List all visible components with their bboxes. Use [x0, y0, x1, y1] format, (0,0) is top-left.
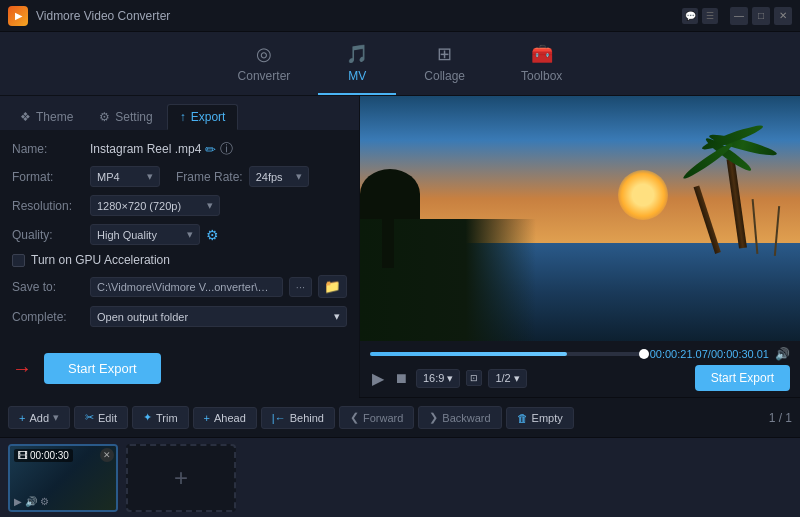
main-nav: ◎ Converter 🎵 MV ⊞ Collage 🧰 Toolbox: [0, 32, 800, 96]
clip-settings-icon: ⚙: [40, 496, 49, 507]
start-export-button-left[interactable]: Start Export: [44, 353, 161, 384]
resolution-label: Resolution:: [12, 199, 84, 213]
complete-arrow: ▾: [334, 310, 340, 323]
play-button[interactable]: ▶: [370, 367, 386, 390]
backward-button[interactable]: ❯ Backward: [418, 406, 501, 429]
left-panel: ❖ Theme ⚙ Setting ↑ Export Name: Instagr…: [0, 96, 360, 397]
name-label: Name:: [12, 142, 84, 156]
aspect-arrow: ▾: [447, 372, 453, 385]
volume-icon[interactable]: 🔊: [775, 347, 790, 361]
frame-rate-arrow: ▾: [296, 170, 302, 183]
save-folder-button[interactable]: 📁: [318, 275, 347, 298]
tab-toolbox[interactable]: 🧰 Toolbox: [493, 35, 590, 95]
clip-play-icon: ▶: [14, 496, 22, 507]
quality-settings-icon[interactable]: ⚙: [206, 227, 219, 243]
edit-icon[interactable]: ✏: [205, 142, 216, 157]
mv-icon: 🎵: [346, 43, 368, 65]
resolution-select[interactable]: 1280×720 (720p) ▾: [90, 195, 220, 216]
gpu-label: Turn on GPU Acceleration: [31, 253, 170, 267]
sub-tab-theme[interactable]: ❖ Theme: [8, 104, 85, 130]
frame-rate-select[interactable]: 24fps ▾: [249, 166, 309, 187]
video-controls: 00:00:21.07/00:00:30.01 🔊 ▶ ⏹ 16:9 ▾ ⊡: [360, 341, 800, 397]
add-arrow: ▾: [53, 411, 59, 424]
complete-select[interactable]: Open output folder ▾: [90, 306, 347, 327]
forward-button[interactable]: ❮ Forward: [339, 406, 414, 429]
ratio-arrow: ▾: [514, 372, 520, 385]
tab-converter[interactable]: ◎ Converter: [210, 35, 319, 95]
sub-tab-export[interactable]: ↑ Export: [167, 104, 239, 130]
progress-fill: [370, 352, 567, 356]
stop-button[interactable]: ⏹: [392, 368, 410, 388]
collage-icon: ⊞: [437, 43, 452, 65]
aspect-ratio-badge[interactable]: 16:9 ▾: [416, 369, 460, 388]
info-icon[interactable]: ⓘ: [220, 140, 233, 158]
timeline: 🎞 00:00:30 ✕ ▶ 🔊 ⚙ +: [0, 437, 800, 517]
playback-controls-row: ▶ ⏹ 16:9 ▾ ⊡ 1/2 ▾ Start Export: [370, 365, 790, 391]
title-bar: ▶ Vidmore Video Converter 💬 ☰ — □ ✕: [0, 0, 800, 32]
close-button[interactable]: ✕: [774, 7, 792, 25]
content-area: ❖ Theme ⚙ Setting ↑ Export Name: Instagr…: [0, 96, 800, 397]
edit-button[interactable]: ✂ Edit: [74, 406, 128, 429]
sub-tabs: ❖ Theme ⚙ Setting ↑ Export: [0, 96, 359, 130]
start-export-button-right[interactable]: Start Export: [695, 365, 790, 391]
format-label: Format:: [12, 170, 84, 184]
trim-button[interactable]: ✦ Trim: [132, 406, 189, 429]
progress-bar-container: 00:00:21.07/00:00:30.01 🔊: [370, 347, 790, 361]
name-value: Instagram Reel .mp4 ✏ ⓘ: [90, 140, 233, 158]
sub-tab-setting[interactable]: ⚙ Setting: [87, 104, 164, 130]
resolution-row: Resolution: 1280×720 (720p) ▾: [12, 195, 347, 216]
backward-icon: ❯: [429, 411, 438, 424]
format-arrow: ▾: [147, 170, 153, 183]
theme-icon: ❖: [20, 110, 31, 124]
tab-collage[interactable]: ⊞ Collage: [396, 35, 493, 95]
window-controls: 💬 ☰ — □ ✕: [682, 7, 792, 25]
maximize-button[interactable]: □: [752, 7, 770, 25]
quality-label: Quality:: [12, 228, 84, 242]
save-label: Save to:: [12, 280, 84, 294]
save-dots-button[interactable]: ···: [289, 277, 312, 297]
right-panel: 00:00:21.07/00:00:30.01 🔊 ▶ ⏹ 16:9 ▾ ⊡: [360, 96, 800, 397]
ahead-icon: +: [204, 412, 210, 424]
edit-icon: ✂: [85, 411, 94, 424]
format-row: Format: MP4 ▾ Frame Rate: 24fps ▾: [12, 166, 347, 187]
empty-button[interactable]: 🗑 Empty: [506, 407, 574, 429]
ahead-button[interactable]: + Ahead: [193, 407, 257, 429]
video-background: [360, 96, 800, 341]
app-title: Vidmore Video Converter: [36, 9, 170, 23]
export-icon: ↑: [180, 110, 186, 124]
chat-icon[interactable]: 💬: [682, 8, 698, 24]
progress-bar[interactable]: [370, 352, 644, 356]
complete-row: Complete: Open output folder ▾: [12, 306, 347, 327]
tree-top-left: [360, 169, 420, 219]
add-clip-icon: +: [174, 464, 188, 492]
menu-icon[interactable]: ☰: [702, 8, 718, 24]
clip-duration: 🎞 00:00:30: [14, 449, 73, 462]
format-select[interactable]: MP4 ▾: [90, 166, 160, 187]
behind-icon: |←: [272, 412, 286, 424]
ratio-fraction-badge[interactable]: 1/2 ▾: [488, 369, 526, 388]
name-row: Name: Instagram Reel .mp4 ✏ ⓘ: [12, 140, 347, 158]
clip-close-button[interactable]: ✕: [100, 448, 114, 462]
forward-icon: ❮: [350, 411, 359, 424]
export-action: → Start Export: [0, 337, 359, 400]
add-clip-button[interactable]: +: [126, 444, 236, 512]
toolbox-icon: 🧰: [531, 43, 553, 65]
video-preview: [360, 96, 800, 341]
settings-form: Name: Instagram Reel .mp4 ✏ ⓘ Format: MP…: [0, 130, 359, 337]
gpu-checkbox[interactable]: [12, 254, 25, 267]
behind-button[interactable]: |← Behind: [261, 407, 335, 429]
add-button[interactable]: + Add ▾: [8, 406, 70, 429]
quality-select[interactable]: High Quality ▾: [90, 224, 200, 245]
playback-controls: ▶ ⏹ 16:9 ▾ ⊡ 1/2 ▾: [370, 367, 527, 390]
minimize-button[interactable]: —: [730, 7, 748, 25]
page-count: 1 / 1: [769, 411, 792, 425]
trim-icon: ✦: [143, 411, 152, 424]
layout-icon[interactable]: ⊡: [466, 370, 482, 386]
gpu-row: Turn on GPU Acceleration: [12, 253, 347, 267]
clip-action-icons: ▶ 🔊 ⚙: [14, 496, 49, 507]
quality-row: Quality: High Quality ▾ ⚙: [12, 224, 347, 245]
progress-handle[interactable]: [639, 349, 649, 359]
quality-arrow: ▾: [187, 228, 193, 241]
bottom-toolbar: + Add ▾ ✂ Edit ✦ Trim + Ahead |← Behind …: [0, 397, 800, 437]
tab-mv[interactable]: 🎵 MV: [318, 35, 396, 95]
